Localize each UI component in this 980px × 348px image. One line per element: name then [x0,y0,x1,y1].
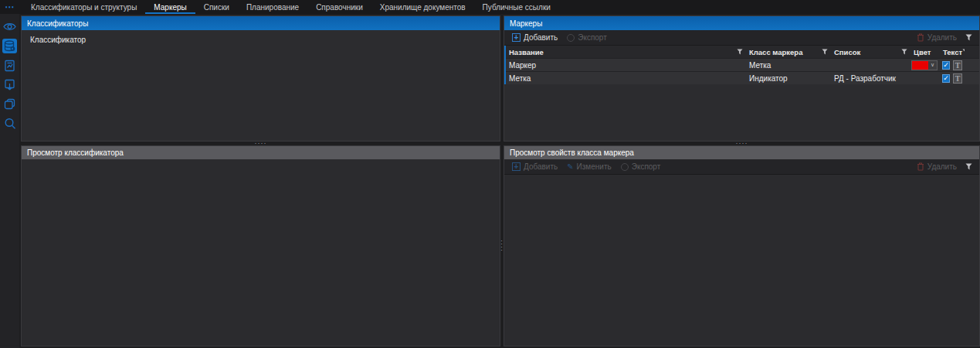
cell-color: ∨ [910,59,940,71]
cell-name: Метка [506,72,746,84]
column-header-text[interactable]: Текст [940,46,965,58]
menu-item-document-storage[interactable]: Хранилище документов [371,0,474,14]
menu-item-lists[interactable]: Списки [195,0,238,14]
menu-item-planning[interactable]: Планирование [238,0,307,14]
filter-funnel-icon[interactable] [737,48,743,56]
markers-delete-label: Удалить [927,33,957,42]
markers-panel-title: Маркеры [510,19,542,28]
eye-icon[interactable] [2,19,17,34]
marker-class-props-header: Просмотр свойств класса маркера [504,146,979,159]
table-row[interactable]: Маркер Метка ∨ ✓ T [506,58,979,71]
menu-item-classifiers-structures[interactable]: Классификаторы и структуры [22,0,145,14]
trash-icon [917,33,924,42]
props-delete-label: Удалить [927,162,957,171]
marker-class-props-body [504,175,979,346]
marker-class-props-toolbar: + Добавить ✎ Изменить Экспорт Удалить [504,159,979,175]
classifiers-panel: Классификаторы Классификатор [21,15,500,142]
props-delete-button[interactable]: Удалить [913,159,961,174]
color-dropdown[interactable]: ∨ [911,60,938,70]
plus-icon: + [512,33,521,42]
column-header-color[interactable]: Цвет [910,46,940,58]
cell-filler [965,59,979,71]
top-menu-bar: ⋯ Классификаторы и структуры Маркеры Спи… [0,0,980,14]
classifier-tree-item[interactable]: Классификатор [22,30,500,44]
funnel-icon [965,34,972,41]
color-swatch [912,61,928,70]
classifiers-panel-title: Классификаторы [27,19,88,28]
markers-panel: Маркеры + Добавить Экспорт Удалить [504,15,980,142]
cell-name: Маркер [506,59,746,71]
filter-funnel-icon[interactable] [822,48,828,56]
trash-icon [917,162,924,171]
splitter-grip[interactable]: ···· [498,240,506,252]
checkmark-icon: ✓ [943,74,949,82]
classifiers-panel-body: Классификатор [22,30,500,141]
export-icon [621,163,629,171]
chevron-down-icon: ∨ [928,61,937,70]
props-add-label: Добавить [524,162,558,171]
database-icon[interactable] [2,39,17,53]
classifiers-panel-header: Классификаторы [22,16,500,30]
export-document-icon[interactable] [2,77,17,92]
marker-class-props-panel: Просмотр свойств класса маркера + Добави… [504,145,980,346]
props-export-label: Экспорт [632,162,661,171]
text-checkbox[interactable]: ✓ [942,74,950,83]
classifier-view-header: Просмотр классификатора [22,146,500,159]
cell-marker-class: Индикатор [746,72,831,84]
icon-sidebar [0,14,19,348]
markers-export-button[interactable]: Экспорт [563,30,611,45]
markers-panel-header: Маркеры [504,16,979,30]
markers-export-label: Экспорт [578,33,607,42]
marker-class-props-title: Просмотр свойств класса маркера [510,148,634,157]
text-format-button[interactable]: T [953,60,962,70]
props-add-button[interactable]: + Добавить [508,159,561,174]
menu-item-public-links[interactable]: Публичные ссылки [474,0,559,14]
cell-color [910,72,940,84]
search-icon[interactable] [2,116,17,131]
menu-item-directories[interactable]: Справочники [307,0,371,14]
filter-funnel-icon[interactable] [901,48,907,56]
cell-list: РД - Разработчик [831,72,910,84]
markers-add-label: Добавить [524,33,558,42]
more-menu-icon[interactable]: ⋯ [0,0,19,14]
props-export-button[interactable]: Экспорт [617,159,665,174]
table-row[interactable]: Метка Индикатор РД - Разработчик ✓ T [506,71,979,84]
column-header-filler [965,46,979,58]
column-header-marker-class[interactable]: Класс маркера [746,46,831,58]
pencil-icon: ✎ [567,162,573,171]
markers-panel-empty-area [504,84,979,141]
cell-list [831,59,910,71]
column-header-name[interactable]: Название [506,46,746,58]
props-filter-button[interactable] [962,163,975,170]
checkmark-icon: ✓ [943,61,949,69]
column-header-list[interactable]: Список [831,46,910,58]
markers-table: Название Класс маркера Список Цвет [504,46,979,84]
text-checkbox[interactable]: ✓ [942,61,950,70]
cell-text: ✓ T [940,72,965,84]
props-edit-label: Изменить [577,162,612,171]
funnel-icon [965,163,972,170]
cell-marker-class: Метка [746,59,831,71]
main-menu: Классификаторы и структуры Маркеры Списк… [19,0,559,14]
text-format-button[interactable]: T [953,73,962,84]
menu-item-markers[interactable]: Маркеры [145,0,195,14]
markers-toolbar: + Добавить Экспорт Удалить [504,30,979,46]
markers-delete-button[interactable]: Удалить [913,30,961,45]
markers-filter-button[interactable] [962,34,975,41]
markers-table-header: Название Класс маркера Список Цвет [506,46,979,58]
export-icon [567,34,575,42]
classifier-view-title: Просмотр классификатора [27,148,124,157]
classifier-view-panel: Просмотр классификатора [21,145,500,346]
plus-icon: + [512,162,521,171]
report-icon[interactable] [2,58,17,73]
markers-add-button[interactable]: + Добавить [508,30,561,45]
classifier-view-body [22,159,500,346]
workspace: Классификаторы Классификатор Маркеры + Д… [19,14,980,348]
cell-text: ✓ T [940,59,965,71]
layers-icon[interactable] [2,97,17,111]
props-edit-button[interactable]: ✎ Изменить [563,159,615,174]
cell-filler [965,72,979,84]
